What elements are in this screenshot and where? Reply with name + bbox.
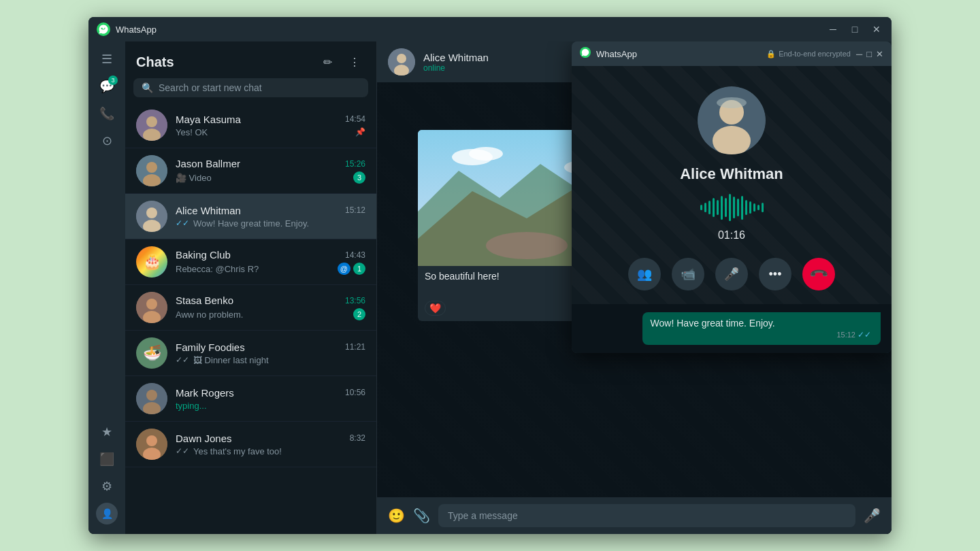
avatar-baking: 🎂 — [136, 246, 167, 278]
maximize-btn[interactable]: □ — [848, 24, 862, 35]
chat-item-baking[interactable]: 🎂 Baking Club 14:43 Rebecca: @Chris R? @… — [125, 239, 376, 285]
chats-title: Chats — [136, 54, 174, 70]
wave-bar-2 — [704, 203, 706, 212]
chat-item-family[interactable]: 🍜 Family Foodies 11:21 ✓✓ 🖼 Dinner last … — [125, 331, 376, 376]
window-controls: ─ □ ✕ — [826, 24, 883, 35]
chat-name-jason: Jason Ballmer — [176, 158, 240, 169]
call-more-btn[interactable]: ••• — [759, 258, 791, 290]
call-close-btn[interactable]: ✕ — [876, 49, 883, 59]
call-mute-btn[interactable]: 🎤 — [715, 258, 748, 290]
call-body: Alice Whitman — [572, 66, 892, 304]
chat-preview-maya: Yes! OK — [176, 127, 355, 137]
chat-list-header: Chats ✏ ⋮ — [125, 41, 376, 78]
wave-bar-8 — [729, 194, 731, 221]
chat-preview-alice: ✓✓ Wow! Have great time. Enjoy. — [176, 218, 365, 229]
add-participant-btn[interactable]: 👥 — [628, 258, 661, 290]
chat-item-jason[interactable]: Jason Ballmer 15:26 🎥 Video 3 — [125, 148, 376, 194]
sidebar-icon-archive[interactable]: ⬛ — [95, 447, 119, 471]
svg-point-20 — [397, 54, 406, 63]
chat-item-alice[interactable]: Alice Whitman 15:12 ✓✓ Wow! Have great t… — [125, 194, 376, 239]
call-contact-avatar — [698, 86, 766, 154]
chat-top-maya: Maya Kasuma 14:54 — [176, 114, 365, 125]
call-msg-ticks: ✓✓ — [858, 330, 871, 339]
chat-name-alice: Alice Whitman — [176, 205, 241, 216]
heart-reaction: ❤️ — [425, 301, 446, 316]
chat-header-avatar[interactable] — [388, 48, 415, 76]
chat-time-stasa: 13:56 — [345, 296, 365, 305]
sidebar-icon-menu[interactable]: ☰ — [95, 47, 119, 71]
mic-btn[interactable]: 🎤 — [864, 507, 881, 524]
svg-point-14 — [146, 390, 157, 401]
attach-btn[interactable]: 📎 — [413, 507, 430, 524]
call-minimize-btn[interactable]: ─ — [856, 49, 862, 59]
call-app-title: WhatsApp — [596, 49, 766, 59]
sidebar-icon-profile[interactable]: 👤 — [95, 501, 119, 526]
wave-bar-3 — [708, 201, 710, 214]
chats-badge: 3 — [108, 76, 118, 85]
close-btn[interactable]: ✕ — [870, 24, 883, 35]
chat-info-baking: Baking Club 14:43 Rebecca: @Chris R? @ 1 — [176, 249, 365, 275]
wave-bar-5 — [717, 200, 719, 215]
chat-bottom-family: ✓✓ 🖼 Dinner last night — [176, 355, 365, 365]
chat-item-stasa[interactable]: Stasa Benko 13:56 Aww no problem. 2 — [125, 285, 376, 331]
chat-input-bar: 🙂 📎 🎤 — [377, 497, 892, 534]
chat-item-dawn[interactable]: Dawn Jones 8:32 ✓✓ Yes that's my fave to… — [125, 422, 376, 467]
sidebar-icon-phone[interactable]: 📞 — [95, 101, 119, 126]
chat-time-jason: 15:26 — [345, 159, 365, 169]
call-title-bar: WhatsApp 🔒 End-to-end encrypted ─ □ ✕ — [572, 41, 892, 66]
sidebar: ☰ 💬 3 📞 ⊙ ★ ⬛ ⚙ 👤 — [88, 41, 125, 534]
call-duration: 01:16 — [718, 229, 745, 241]
chat-time-maya: 14:54 — [345, 114, 365, 124]
chat-preview-stasa: Aww no problem. — [176, 310, 353, 320]
emoji-btn[interactable]: 🙂 — [388, 507, 405, 524]
chat-info-alice: Alice Whitman 15:12 ✓✓ Wow! Have great t… — [176, 205, 365, 229]
wave-bar-9 — [733, 197, 735, 218]
chat-item-mark[interactable]: Mark Rogers 10:56 typing... — [125, 376, 376, 422]
chat-main: Alice Whitman online 📹 📞 🔍 OK! 👍 14:04 — [377, 41, 892, 534]
chat-time-alice: 15:12 — [345, 205, 365, 215]
wave-bar-12 — [745, 200, 747, 215]
wave-bar-11 — [741, 196, 743, 220]
sidebar-icon-starred[interactable]: ★ — [95, 420, 119, 444]
avatar-maya — [136, 110, 167, 141]
call-contact-name: Alice Whitman — [680, 165, 783, 183]
chat-name-stasa: Stasa Benko — [176, 295, 233, 306]
wave-bar-14 — [753, 203, 755, 212]
sidebar-icon-chats[interactable]: 💬 3 — [95, 74, 119, 99]
avatar-stasa — [136, 292, 167, 323]
call-maximize-btn[interactable]: □ — [866, 49, 872, 59]
sidebar-icon-status[interactable]: ⊙ — [95, 129, 119, 153]
chat-top-dawn: Dawn Jones 8:32 — [176, 433, 365, 444]
chat-name-family: Family Foodies — [176, 341, 245, 353]
new-chat-btn[interactable]: ✏ — [316, 51, 338, 73]
call-logo-icon — [580, 47, 591, 61]
call-video-btn[interactable]: 📹 — [672, 258, 704, 290]
chat-name-mark: Mark Rogers — [176, 387, 234, 399]
wave-bar-15 — [757, 205, 760, 210]
call-waveform — [700, 194, 764, 221]
wave-bar-10 — [737, 199, 739, 216]
svg-point-17 — [146, 435, 157, 446]
search-input[interactable] — [159, 82, 360, 93]
end-call-btn[interactable]: 📞 — [796, 251, 842, 297]
chat-time-dawn: 8:32 — [350, 433, 365, 443]
svg-point-8 — [146, 207, 157, 218]
search-icon: 🔍 — [142, 82, 153, 93]
call-sent-message: Wow! Have great time. Enjoy. 15:12 ✓✓ — [642, 312, 881, 345]
wave-bar-1 — [700, 205, 702, 210]
call-action-buttons: 👥 📹 🎤 ••• 📞 — [628, 258, 835, 290]
search-bar: 🔍 — [133, 78, 368, 97]
encryption-label: 🔒 End-to-end encrypted — [766, 50, 851, 59]
chat-time-baking: 14:43 — [345, 250, 365, 260]
svg-point-27 — [469, 147, 503, 161]
chat-bottom-baking: Rebecca: @Chris R? @ 1 — [176, 263, 365, 275]
minimize-btn[interactable]: ─ — [826, 24, 840, 35]
sidebar-icon-settings[interactable]: ⚙ — [95, 474, 119, 499]
unread-badge-jason: 3 — [353, 171, 365, 184]
count-badge-baking: 1 — [353, 263, 365, 275]
call-msg-time: 15:12 — [836, 331, 855, 339]
chat-item-maya[interactable]: Maya Kasuma 14:54 Yes! OK 📌 — [125, 103, 376, 148]
chat-bottom-maya: Yes! OK 📌 — [176, 127, 365, 137]
chat-menu-btn[interactable]: ⋮ — [344, 51, 365, 73]
message-input[interactable] — [438, 504, 855, 527]
